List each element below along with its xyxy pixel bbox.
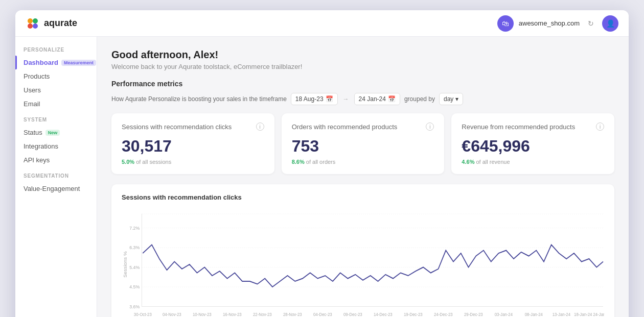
- metric-card-title: Sessions with recommendation clicks: [122, 123, 232, 131]
- sidebar-item-label: Integrations: [24, 142, 58, 150]
- metric-card-header-revenue: Revenue from recommended products i: [462, 123, 604, 131]
- svg-text:22-Nov-23: 22-Nov-23: [253, 312, 272, 317]
- svg-point-1: [33, 18, 38, 23]
- subtitle: Welcome back to your Aqurate toolstack, …: [111, 63, 614, 70]
- greeting: Good afternoon, Alex!: [111, 49, 614, 61]
- svg-text:29-Dec-23: 29-Dec-23: [464, 312, 483, 317]
- app-window: aqurate 🛍 awesome_shop.com ↻ 👤 PERSONALI…: [15, 10, 629, 317]
- chart-svg: 3.6% 4.5% 5.4% 6.3% 7.2% 30-Oct-23 04-No…: [122, 208, 604, 317]
- sidebar-item-label: Value-Engagement: [24, 185, 80, 192]
- sidebar-item-users[interactable]: Users: [15, 83, 97, 97]
- svg-point-0: [28, 18, 33, 23]
- metric-pct-revenue: 4.6%: [462, 159, 474, 165]
- svg-text:10-Nov-23: 10-Nov-23: [193, 312, 212, 317]
- refresh-icon[interactable]: ↻: [585, 17, 597, 30]
- svg-text:04-Dec-23: 04-Dec-23: [313, 312, 332, 317]
- metric-card-title-revenue: Revenue from recommended products: [462, 123, 575, 131]
- top-right: 🛍 awesome_shop.com ↻ 👤: [497, 15, 618, 32]
- performance-title: Performance metrics: [111, 80, 614, 88]
- svg-text:08-Jan-24: 08-Jan-24: [525, 312, 543, 317]
- metric-card-revenue: Revenue from recommended products i €645…: [451, 113, 614, 174]
- user-icon-button[interactable]: 👤: [602, 15, 618, 32]
- metric-card-header: Sessions with recommendation clicks i: [122, 123, 264, 131]
- metric-pct-orders: 8.6%: [292, 159, 305, 165]
- filter-bar: How Aqurate Personalize is boosting your…: [111, 93, 614, 105]
- grouped-by-label: grouped by: [404, 95, 435, 103]
- svg-text:24-Jan-24: 24-Jan-24: [593, 312, 604, 317]
- metric-sub-orders: 8.6% of all orders: [292, 159, 434, 165]
- svg-text:Sessions %: Sessions %: [123, 251, 127, 278]
- group-by-select[interactable]: day ▾: [439, 93, 463, 105]
- metric-card-title-orders: Orders with recommended products: [292, 123, 398, 131]
- svg-text:24-Dec-23: 24-Dec-23: [434, 312, 453, 317]
- sidebar-item-email[interactable]: Email: [15, 97, 97, 111]
- svg-text:13-Jan-24: 13-Jan-24: [553, 312, 571, 317]
- svg-text:28-Nov-23: 28-Nov-23: [283, 312, 302, 317]
- date-from-input[interactable]: 18 Aug-23 📅: [291, 93, 338, 105]
- metric-value-revenue: €645,996: [462, 137, 604, 156]
- svg-text:09-Dec-23: 09-Dec-23: [343, 312, 362, 317]
- svg-text:7.2%: 7.2%: [129, 225, 140, 231]
- info-icon-revenue[interactable]: i: [596, 123, 604, 131]
- svg-text:30-Oct-23: 30-Oct-23: [134, 312, 152, 317]
- sidebar-section-system: SYSTEM: [15, 117, 97, 126]
- metric-card-header-orders: Orders with recommended products i: [292, 123, 434, 131]
- svg-text:19-Dec-23: 19-Dec-23: [404, 312, 423, 317]
- shop-name: awesome_shop.com: [519, 19, 580, 27]
- chart-container: Sessions with recommendation clicks 3.6%: [111, 184, 614, 317]
- logo: aqurate: [26, 16, 77, 31]
- logo-icon: [26, 16, 40, 31]
- metric-label-revenue: of all revenue: [476, 159, 510, 165]
- info-icon-orders[interactable]: i: [426, 123, 434, 131]
- svg-text:6.3%: 6.3%: [129, 245, 140, 251]
- bag-icon-button[interactable]: 🛍: [497, 15, 514, 32]
- date-arrow: →: [343, 95, 349, 103]
- metric-card-sessions: Sessions with recommendation clicks i 30…: [111, 113, 274, 174]
- sidebar-item-integrations[interactable]: Integrations: [15, 139, 97, 153]
- chevron-down-icon: ▾: [455, 95, 458, 103]
- svg-text:3.6%: 3.6%: [129, 304, 140, 309]
- dashboard-badge: Measurement: [61, 60, 96, 66]
- sidebar-item-value-engagement[interactable]: Value-Engagement: [15, 182, 97, 196]
- metric-sub-revenue: 4.6% of all revenue: [462, 159, 604, 165]
- info-icon[interactable]: i: [256, 123, 264, 131]
- logo-text: aqurate: [44, 18, 77, 29]
- sidebar-item-products[interactable]: Products: [15, 69, 97, 83]
- chart-line: [143, 245, 603, 287]
- sidebar-section-personalize: PERSONALIZE: [15, 47, 97, 56]
- sidebar-item-label: Dashboard: [24, 59, 58, 66]
- svg-text:14-Dec-23: 14-Dec-23: [374, 312, 393, 317]
- metric-value-orders: 753: [292, 137, 434, 156]
- filter-label: How Aqurate Personalize is boosting your…: [111, 95, 287, 103]
- sidebar-item-label: Status: [24, 129, 42, 136]
- metric-cards: Sessions with recommendation clicks i 30…: [111, 113, 614, 174]
- metric-value-sessions: 30,517: [122, 137, 264, 156]
- svg-text:16-Nov-23: 16-Nov-23: [223, 312, 242, 317]
- metric-label: of all sessions: [136, 159, 171, 165]
- svg-text:03-Jan-24: 03-Jan-24: [495, 312, 513, 317]
- sidebar-item-dashboard[interactable]: Dashboard Measurement: [15, 56, 97, 69]
- svg-text:4.5%: 4.5%: [129, 284, 140, 290]
- sidebar-section-segmentation: SEGMENTATION: [15, 173, 97, 182]
- svg-text:04-Nov-23: 04-Nov-23: [163, 312, 181, 317]
- metric-pct: 5.0%: [122, 159, 134, 165]
- svg-point-3: [33, 23, 38, 29]
- chart-title: Sessions with recommendation clicks: [122, 193, 604, 201]
- main-layout: PERSONALIZE Dashboard Measurement Produc…: [15, 37, 629, 317]
- metric-sub-sessions: 5.0% of all sessions: [122, 159, 264, 165]
- sidebar-item-api-keys[interactable]: API keys: [15, 153, 97, 167]
- chart-area: 3.6% 4.5% 5.4% 6.3% 7.2% 30-Oct-23 04-No…: [122, 208, 604, 317]
- date-to-input[interactable]: 24 Jan-24 📅: [354, 93, 400, 105]
- metric-label-orders: of all orders: [306, 159, 335, 165]
- top-bar: aqurate 🛍 awesome_shop.com ↻ 👤: [15, 10, 629, 37]
- sidebar: PERSONALIZE Dashboard Measurement Produc…: [15, 37, 97, 317]
- svg-point-2: [28, 23, 33, 29]
- metric-card-orders: Orders with recommended products i 753 8…: [282, 113, 445, 174]
- sidebar-item-label: Users: [24, 86, 41, 94]
- sidebar-item-label: API keys: [24, 156, 50, 164]
- status-badge: New: [45, 130, 60, 136]
- sidebar-item-status[interactable]: Status New: [15, 126, 97, 139]
- svg-text:5.4%: 5.4%: [129, 264, 140, 270]
- sidebar-item-label: Products: [24, 72, 50, 80]
- sidebar-item-label: Email: [24, 100, 40, 108]
